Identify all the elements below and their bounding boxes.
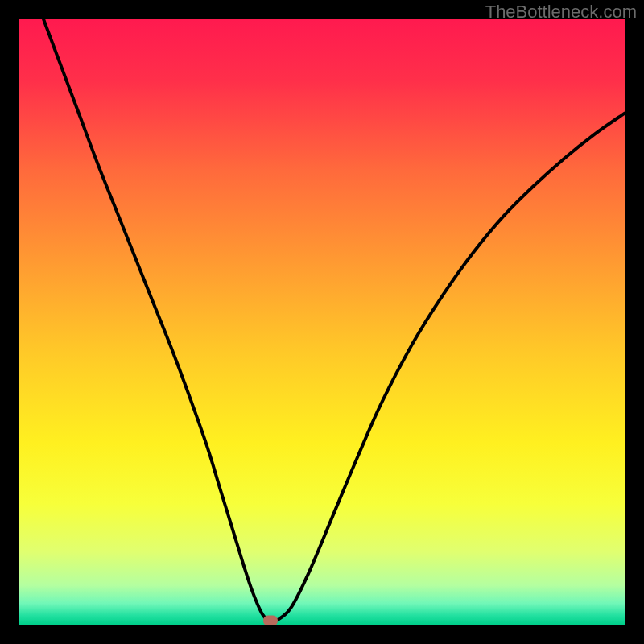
- bottleneck-curve: [19, 19, 625, 625]
- watermark-text: TheBottleneck.com: [485, 2, 637, 23]
- outer-frame: TheBottleneck.com: [0, 0, 644, 644]
- plot-area: [19, 19, 625, 625]
- optimal-point-marker: [263, 616, 278, 625]
